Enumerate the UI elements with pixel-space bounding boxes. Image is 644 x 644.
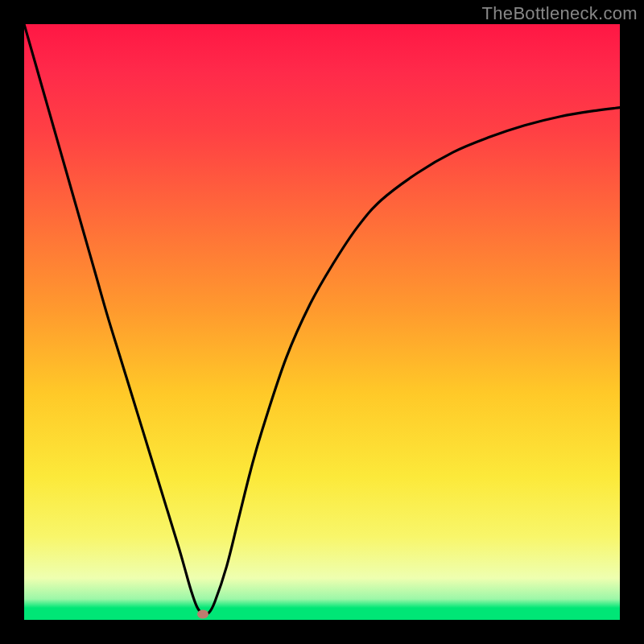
curve-path [24, 24, 620, 614]
minimum-marker-icon [197, 609, 208, 618]
chart-stage: TheBottleneck.com [0, 0, 644, 644]
plot-area [24, 24, 620, 620]
bottleneck-curve [24, 24, 620, 620]
watermark-text: TheBottleneck.com [482, 3, 638, 24]
